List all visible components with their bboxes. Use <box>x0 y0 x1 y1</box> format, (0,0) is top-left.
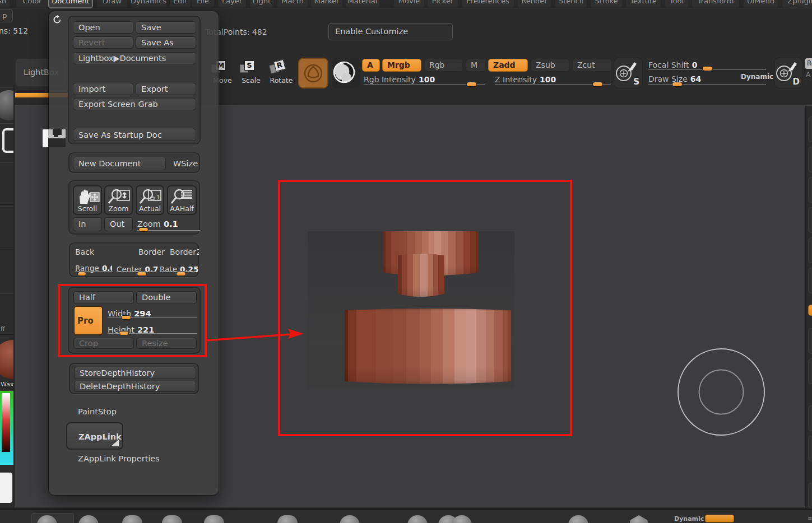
delete-depth-history-button[interactable]: DeleteDepthHistory <box>74 381 196 392</box>
color-picker-inner-gradient[interactable] <box>2 393 10 452</box>
slider-handle[interactable] <box>466 82 477 87</box>
revert-button[interactable]: Revert <box>73 36 133 49</box>
tool-thumbnail[interactable] <box>162 515 182 523</box>
menu-tool[interactable]: Tool <box>665 0 689 8</box>
zoom-out-button[interactable]: Out <box>104 217 133 231</box>
actual-button[interactable]: 1 Actual <box>136 185 164 215</box>
partial-button[interactable]: p <box>0 9 13 22</box>
tool-thumbnail[interactable] <box>568 515 588 523</box>
save-as-startup-doc-button[interactable]: Save As Startup Doc <box>73 129 196 141</box>
slider-handle[interactable] <box>77 272 86 276</box>
menu-render[interactable]: Render <box>517 0 551 8</box>
right-shelf-button[interactable] <box>808 268 812 293</box>
rgb-intensity-slider[interactable]: Rgb Intensity 100 <box>364 74 485 85</box>
export-button[interactable]: Export <box>136 83 196 95</box>
rgb-toggle-button[interactable]: Rgb <box>424 59 463 72</box>
menu-preferences[interactable]: Preferences <box>461 0 514 8</box>
zapplink-button[interactable]: ZAppLink <box>66 422 123 450</box>
tool-thumbnail[interactable] <box>452 515 472 523</box>
right-shelf-button[interactable] <box>808 116 812 142</box>
current-material-thumbnail[interactable] <box>332 58 360 88</box>
corner-grip-icon[interactable]: ≡ <box>808 515 812 521</box>
tool-thumbnail[interactable] <box>629 515 649 523</box>
save-as-button[interactable]: Save As <box>136 36 196 49</box>
center-slider[interactable]: Center 0.7 <box>117 264 156 274</box>
enable-customize-button[interactable]: Enable Customize <box>328 23 453 40</box>
open-button[interactable]: Open <box>73 21 133 34</box>
slider-handle[interactable] <box>672 82 683 87</box>
menu-layer[interactable]: Layer <box>217 0 247 8</box>
right-shelf-button[interactable] <box>808 147 812 172</box>
paintstop-button[interactable]: PaintStop <box>78 407 117 416</box>
menu-color[interactable]: Color <box>16 0 49 8</box>
mrgb-toggle-button[interactable]: Mrgb <box>382 59 421 72</box>
right-shelf-button[interactable] <box>808 237 812 263</box>
dynamic-draw-size-button[interactable]: D <box>774 58 803 88</box>
current-brush-thumbnail[interactable] <box>298 58 328 88</box>
texture-thumbnail-tile[interactable] <box>0 249 13 292</box>
slider-handle[interactable] <box>592 82 603 87</box>
tool-thumbnail[interactable] <box>407 515 428 523</box>
texture-thumbnail-tile[interactable] <box>0 206 13 248</box>
slider-handle[interactable] <box>702 66 713 71</box>
save-button[interactable]: Save <box>136 21 196 34</box>
menu-texture[interactable]: Texture <box>625 0 661 8</box>
rate-slider[interactable]: Rate 0.25 <box>160 264 196 274</box>
zoom-in-button[interactable]: In <box>73 217 102 231</box>
right-shelf-button[interactable] <box>808 483 812 508</box>
zcut-toggle-button[interactable]: Zcut <box>572 59 612 72</box>
lightbox-documents-button[interactable]: Lightbox▶Documents <box>73 52 196 64</box>
a-toggle-button[interactable]: A <box>362 59 380 72</box>
back-button[interactable]: Back <box>75 248 94 256</box>
right-shelf-button[interactable] <box>808 207 812 233</box>
tool-thumbnail[interactable] <box>277 515 298 523</box>
scroll-button[interactable]: Scroll <box>73 185 102 215</box>
color-picker[interactable] <box>0 390 13 465</box>
tool-thumbnail[interactable] <box>204 515 224 523</box>
border2-button[interactable]: Border2 <box>170 248 199 256</box>
range-slider[interactable]: Range 0.01 <box>75 264 113 275</box>
rotate-button[interactable]: R Rotate <box>270 60 295 86</box>
right-shelf-active-button[interactable] <box>808 305 812 316</box>
current-color-swatch[interactable] <box>0 472 12 503</box>
menu-material[interactable]: Material <box>345 0 380 8</box>
menu-edit[interactable]: Edit <box>169 0 191 8</box>
menu-brush[interactable]: Brush <box>0 0 10 8</box>
aahalf-button[interactable]: AAHalf <box>167 185 197 215</box>
zoom-slider[interactable]: Zoom 0.1 <box>137 218 201 229</box>
menu-zplugin[interactable]: Zplugin <box>782 0 812 8</box>
menu-stencil[interactable]: Stencil <box>555 0 587 8</box>
right-shelf-button[interactable] <box>808 358 812 384</box>
import-button[interactable]: Import <box>73 83 133 95</box>
right-shelf-button[interactable] <box>808 328 812 354</box>
export-screen-grab-button[interactable]: Export Screen Grab <box>73 98 196 110</box>
menu-marker[interactable]: Marker <box>310 0 343 8</box>
store-depth-history-button[interactable]: StoreDepthHistory <box>74 367 196 379</box>
slider-handle[interactable] <box>138 227 149 232</box>
slider-handle[interactable] <box>176 272 186 276</box>
menu-picker[interactable]: Picker <box>427 0 458 8</box>
menu-transform[interactable]: Transform <box>692 0 740 8</box>
wsize-button[interactable]: WSize <box>168 157 198 170</box>
brush-thumbnail-tile[interactable] <box>0 87 13 123</box>
right-shelf-button[interactable] <box>808 405 812 431</box>
new-document-button[interactable]: New Document <box>73 157 166 170</box>
partial-replay-button[interactable]: Re <box>805 58 812 69</box>
border-button[interactable]: Border <box>138 248 165 256</box>
tool-thumbnail[interactable] <box>122 515 142 523</box>
scale-button[interactable]: S Scale <box>240 60 265 86</box>
zadd-toggle-button[interactable]: Zadd <box>488 59 528 72</box>
m-toggle-button[interactable]: M <box>466 59 486 72</box>
zoom-button[interactable]: Zoom <box>104 185 133 215</box>
alpha-thumbnail-tile[interactable] <box>0 162 13 205</box>
right-shelf-button[interactable] <box>808 177 812 203</box>
menu-draw[interactable]: Draw <box>96 0 128 8</box>
tool-thumbnail[interactable] <box>340 515 360 523</box>
tool-thumbnail[interactable] <box>78 515 99 523</box>
menu-stroke[interactable]: Stroke <box>590 0 623 8</box>
z-intensity-slider[interactable]: Z Intensity 100 <box>495 74 611 85</box>
texture-off-tile[interactable]: ff <box>0 293 13 335</box>
menu-uimend[interactable]: UIMend <box>743 0 778 8</box>
menu-file[interactable]: File <box>191 0 215 8</box>
zsub-toggle-button[interactable]: Zsub <box>531 59 570 72</box>
